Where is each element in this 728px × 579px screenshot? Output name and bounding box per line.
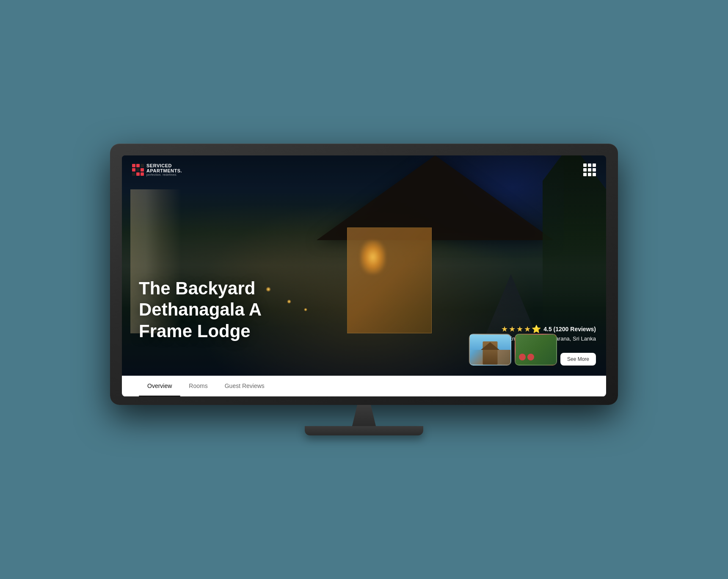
stars-row: ★ ★ ★ ★ ⭐ 4.5 (1200 Reviews) [501,324,596,334]
star-1: ★ [501,324,508,334]
thumbnail-1[interactable] [469,334,511,366]
thumbnail-2[interactable] [515,334,557,366]
logo-cell [132,164,135,167]
property-name: The Backyard Dethanagala A Frame Lodge [139,278,317,342]
window-glow [360,240,386,274]
thumb-roof [481,342,499,350]
monitor-neck [347,405,381,426]
star-rating: ★ ★ ★ ★ ⭐ [501,324,541,334]
menu-dot [583,173,587,176]
logo-cell [141,164,144,167]
logo-brand2: APARTMENTS. [146,168,182,173]
logo-cell [132,172,135,176]
logo-cell [136,172,140,176]
content-area: Overview Rooms Guest Reviews [122,376,606,396]
menu-dot [588,173,591,176]
rating-value: 4.5 (1200 Reviews) [543,326,596,332]
hero-section: SERVICED APARTMENTS. perfection. redefin… [122,155,606,376]
logo-cell [141,172,144,176]
logo-cell [136,168,140,172]
menu-dot [593,168,596,172]
menu-dot [593,163,596,167]
monitor-container: SERVICED APARTMENTS. perfection. redefin… [110,144,618,435]
tab-overview[interactable]: Overview [139,376,180,396]
navigation-bar: SERVICED APARTMENTS. perfection. redefin… [122,155,606,184]
star-3: ★ [516,324,523,334]
logo-cell [141,168,144,172]
star-half: ⭐ [532,324,541,334]
logo: SERVICED APARTMENTS. perfection. redefin… [132,163,182,176]
menu-icon[interactable] [583,163,596,176]
star-4: ★ [524,324,531,334]
logo-text: SERVICED APARTMENTS. perfection. redefin… [146,163,182,176]
building-body [347,227,432,333]
logo-brand: SERVICED [146,163,182,168]
monitor-bezel: SERVICED APARTMENTS. perfection. redefin… [110,144,618,405]
menu-dot [588,163,591,167]
menu-dot [583,168,587,172]
monitor-base [305,426,423,435]
tab-guest-reviews[interactable]: Guest Reviews [216,376,273,396]
screen: SERVICED APARTMENTS. perfection. redefin… [122,155,606,396]
tabs-bar: Overview Rooms Guest Reviews [122,376,606,396]
logo-cell [132,168,135,172]
logo-grid-icon [132,164,144,176]
thumb-grounds [516,335,556,365]
tab-rooms[interactable]: Rooms [180,376,216,396]
thumbnail-strip: See More [469,334,596,366]
see-more-button[interactable]: See More [560,353,596,366]
menu-dot [593,173,596,176]
property-title-block: The Backyard Dethanagala A Frame Lodge [139,278,317,342]
logo-cell [136,164,140,167]
thumb-chair-2 [527,354,534,360]
menu-dot [588,168,591,172]
star-2: ★ [509,324,516,334]
thumb-building-1 [470,335,510,365]
logo-tagline: perfection. redefined. [146,173,182,176]
thumb-chair-1 [519,354,526,360]
menu-dot [583,163,587,167]
